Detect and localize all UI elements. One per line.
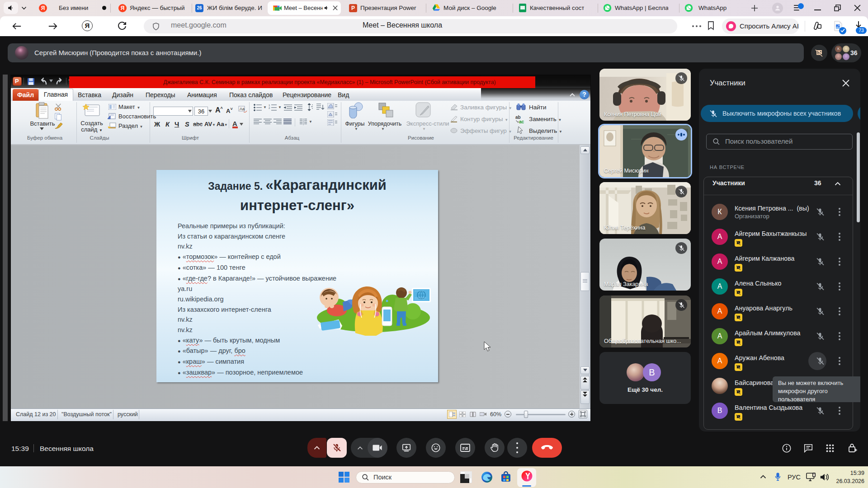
svg-text:2: 2 <box>269 107 270 109</box>
svg-text:Aa: Aa <box>240 107 245 111</box>
svg-text:ac: ac <box>519 119 524 124</box>
